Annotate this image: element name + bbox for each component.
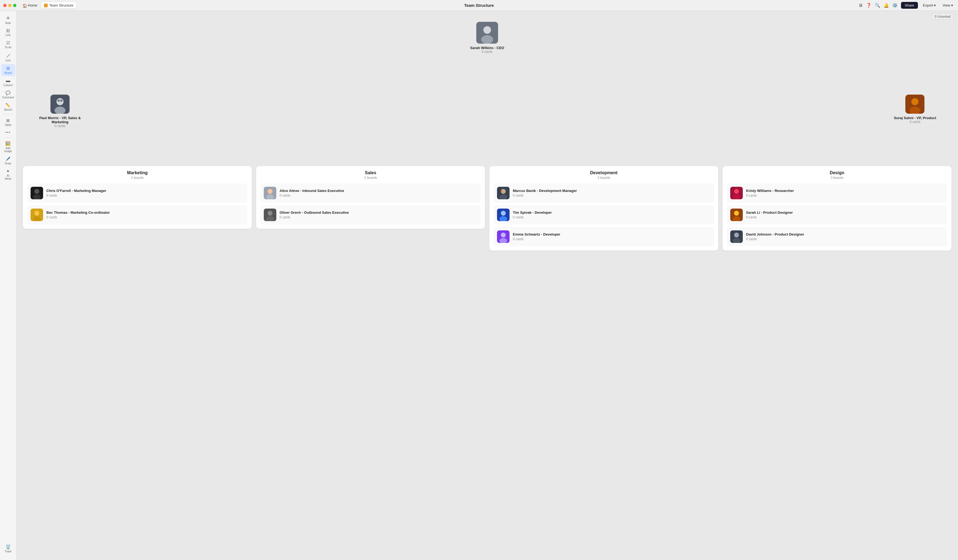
minimize-button[interactable] [8,4,11,7]
vp-sales-node[interactable]: Paul Morris - VP, Sales & Marketing 0 ca… [38,95,82,128]
add-image-icon: 🖼️ [5,141,11,146]
member-card[interactable]: Marcus Banik - Development Manager 0 car… [494,184,714,202]
svg-point-12 [34,189,39,194]
member-card[interactable]: Alice Attree - Inbound Sales Executive 0… [260,184,481,202]
sidebar-item-ai-ideas-label: AI Ideas [3,174,13,180]
member-avatar [264,209,276,221]
departments-row: Marketing 2 boards [22,166,953,250]
page-title: Team Structure [464,3,494,8]
sidebar-item-comment-label: Comment [2,96,14,99]
member-name: Marcus Banik - Development Manager [513,189,577,193]
member-name: Kristy Williams - Researcher [746,189,794,193]
dept-sales-boards: 2 boards [260,176,481,180]
member-avatar [730,230,743,243]
dept-development[interactable]: Development 3 boards [489,166,718,250]
share-button[interactable]: Share [901,2,918,9]
sidebar-item-trash[interactable]: 🗑️ Trash [1,543,15,555]
canvas[interactable]: 0 Unsorted Sarah Wilkins - CEO 0 cards [16,11,958,560]
member-card[interactable]: Kristy Williams - Researcher 0 cards [727,184,947,202]
svg-point-4 [57,98,63,105]
tab-team-structure[interactable]: Team Structure [41,2,76,8]
tab-team-structure-label: Team Structure [49,3,73,7]
monitor-icon[interactable]: 🖥 [858,3,863,8]
sidebar-item-column[interactable]: ▬ Column [1,77,15,89]
sketch-icon: ✏️ [5,103,11,108]
question-icon[interactable]: ❓ [866,3,872,8]
ceo-to-vp-connectors [22,54,953,78]
dept-marketing[interactable]: Marketing 2 boards [23,166,252,229]
sidebar-item-table[interactable]: ⊞ Table [1,116,15,128]
sidebar-divider-1 [3,114,13,115]
gear-icon[interactable]: ⚙️ [892,3,898,8]
sidebar-item-draw-label: Draw [5,162,11,165]
svg-point-34 [734,189,739,194]
sidebar-item-table-label: Table [5,123,11,127]
member-cards: 0 cards [746,194,794,198]
svg-point-37 [734,211,739,216]
svg-point-6 [57,100,60,102]
dept-marketing-boards: 2 boards [27,176,247,180]
draw-icon: 🖊️ [5,157,11,161]
sidebar-item-comment[interactable]: 💬 Comment [1,89,15,101]
export-button[interactable]: Export ▾ [921,2,937,8]
member-cards: 0 cards [46,215,110,219]
sidebar-item-add-image[interactable]: 🖼️ Add Image [1,139,15,154]
sidebar-item-todo[interactable]: ☑ To-do [1,39,15,51]
main-layout: ≡ Note ⛓ Link ☑ To-do — Line ⊞ Board ▬ C… [0,11,958,560]
member-avatar [730,209,743,221]
sidebar-item-line-label: Line [5,59,11,62]
member-cards: 0 cards [746,237,804,241]
svg-point-28 [501,211,506,216]
member-avatar [497,209,509,221]
board-icon: ⊞ [6,66,10,71]
titlebar: 🏠 Home Team Structure Team Structure 🖥 ❓… [0,0,958,11]
dept-sales-title: Sales [260,171,481,175]
sidebar-item-ai-ideas[interactable]: ✦ AI Ideas [1,167,15,182]
trash-icon: 🗑️ [5,544,11,549]
ceo-avatar [476,22,498,44]
svg-rect-26 [501,190,501,192]
member-card[interactable]: Sarah Li - Product Designer 0 cards [727,205,947,225]
sidebar: ≡ Note ⛓ Link ☑ To-do — Line ⊞ Board ▬ C… [0,11,16,560]
more-icon: ••• [5,130,11,134]
note-icon: ≡ [6,15,10,21]
dept-design-boards: 3 boards [727,176,947,180]
vp-product-cards: 0 cards [910,120,920,124]
sidebar-item-more[interactable]: ••• [1,129,15,136]
member-cards: 0 cards [279,215,349,219]
close-button[interactable] [3,4,6,7]
member-card[interactable]: Emma Schwartz - Developer 0 cards [494,227,714,246]
sidebar-item-sketch[interactable]: ✏️ Sketch [1,101,15,113]
member-card[interactable]: Chris O'Farrell - Marketing Manager 0 ca… [27,184,247,202]
traffic-lights [3,4,16,7]
sidebar-item-note[interactable]: ≡ Note [1,14,15,26]
vp-product-node[interactable]: Suraj Sahni - VP, Product 0 cards [894,95,936,128]
member-card[interactable]: Oliver Grech - Outbound Sales Executive … [260,205,481,225]
member-card[interactable]: Tim Spivak - Developer 0 cards [494,205,714,225]
member-avatar [264,187,276,199]
view-button[interactable]: View ▾ [941,2,955,8]
dept-design[interactable]: Design 3 boards [723,166,952,250]
tab-home[interactable]: 🏠 Home [20,2,40,8]
dept-sales[interactable]: Sales 2 boards [256,166,485,229]
ceo-node[interactable]: Sarah Wilkins - CEO 0 cards [470,22,504,54]
sidebar-item-board[interactable]: ⊞ Board [1,64,15,76]
search-icon[interactable]: 🔍 [875,3,880,8]
sidebar-item-link[interactable]: ⛓ Link [1,27,15,38]
sidebar-item-draw[interactable]: 🖊️ Draw [1,155,15,166]
sidebar-item-line[interactable]: — Line [1,51,15,63]
sidebar-item-todo-label: To-do [5,46,11,49]
member-name: Bec Thomas - Marketing Co-ordinator [46,210,110,215]
vp-sales-name: Paul Morris - VP, Sales & Marketing [38,116,82,124]
bell-icon[interactable]: 🔔 [883,3,889,8]
ai-ideas-icon: ✦ [6,169,10,174]
member-cards: 0 cards [279,194,344,198]
svg-point-31 [501,233,506,237]
dept-development-members: Marcus Banik - Development Manager 0 car… [494,184,714,246]
member-name: Oliver Grech - Outbound Sales Executive [279,210,349,215]
dept-design-title: Design [727,171,947,175]
maximize-button[interactable] [13,4,16,7]
svg-point-2 [481,35,493,44]
member-card[interactable]: Bec Thomas - Marketing Co-ordinator 0 ca… [27,205,247,225]
member-card[interactable]: David Johnson - Product Designer 0 cards [727,227,947,246]
